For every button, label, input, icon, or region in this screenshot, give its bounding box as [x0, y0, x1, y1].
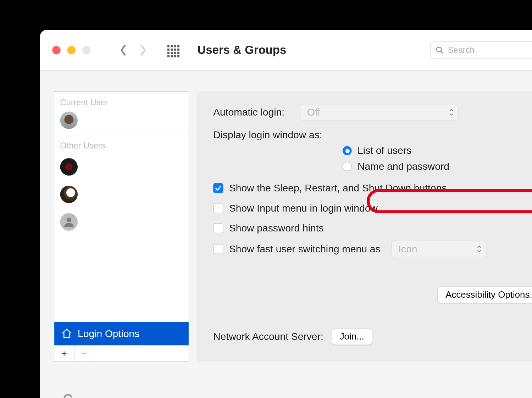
radio-button[interactable] — [343, 162, 352, 171]
zoom-window-button[interactable] — [82, 46, 91, 54]
show-all-button[interactable] — [167, 45, 177, 55]
avatar — [60, 186, 78, 203]
unlocked-lock-icon — [56, 392, 75, 398]
fus-value: Icon — [398, 243, 417, 255]
svg-line-1 — [441, 51, 443, 53]
search-input[interactable] — [448, 45, 532, 55]
current-user-row[interactable] — [54, 110, 189, 131]
checkbox-label: Show fast user switching menu as — [229, 243, 381, 255]
search-field[interactable] — [430, 41, 532, 58]
stepper-icon — [449, 108, 454, 116]
display-login-label: Display login window as: — [213, 129, 322, 141]
window-controls — [52, 46, 90, 54]
remove-user-button[interactable]: − — [74, 346, 94, 361]
grid-icon — [167, 45, 177, 57]
user-row[interactable] — [54, 212, 189, 232]
current-user-label: Current User — [54, 92, 189, 110]
radio-label: List of users — [358, 145, 411, 157]
back-button[interactable] — [119, 46, 127, 54]
automatic-login-select[interactable]: Off — [300, 104, 459, 120]
preferences-window: Users & Groups Current User Other Users — [40, 30, 532, 398]
content-body: Current User Other Users Login Options — [40, 71, 532, 361]
automatic-login-row: Automatic login: Off — [213, 104, 532, 120]
automatic-login-value: Off — [307, 106, 320, 118]
stepper-icon — [477, 245, 482, 253]
login-options-label: Login Options — [78, 328, 139, 340]
add-user-button[interactable]: + — [54, 346, 74, 361]
checkbox[interactable] — [213, 203, 223, 213]
lock-button[interactable] — [56, 394, 75, 398]
checkbox-fast-user-switching[interactable]: Show fast user switching menu as Icon — [213, 241, 532, 257]
checkbox-label: Show the Sleep, Restart, and Shut Down b… — [229, 182, 447, 194]
checkbox-password-hints[interactable]: Show password hints — [213, 222, 532, 234]
other-users-list — [54, 153, 189, 322]
checkbox-sleep-restart[interactable]: Show the Sleep, Restart, and Shut Down b… — [213, 182, 532, 194]
network-account-label: Network Account Server: — [213, 331, 323, 342]
other-users-label: Other Users — [54, 135, 189, 153]
checkbox-label: Show Input menu in login window — [229, 202, 378, 214]
checkbox[interactable] — [213, 183, 223, 193]
checkbox-label: Show password hints — [229, 222, 324, 234]
avatar — [60, 111, 78, 129]
radio-label: Name and password — [358, 161, 449, 172]
nav-buttons — [119, 46, 147, 54]
close-window-button[interactable] — [52, 46, 61, 54]
fus-menu-select[interactable]: Icon — [391, 241, 486, 257]
automatic-login-label: Automatic login: — [213, 106, 292, 118]
toolbar: Users & Groups — [40, 30, 532, 71]
users-sidebar: Current User Other Users Login Options — [54, 91, 189, 361]
chevron-right-icon — [139, 44, 147, 56]
window-title: Users & Groups — [198, 43, 287, 57]
svg-point-2 — [67, 218, 71, 222]
radio-button[interactable] — [343, 146, 352, 155]
forward-button[interactable] — [139, 46, 148, 54]
checkbox[interactable] — [213, 223, 223, 233]
footer: Click the lock to prevent further change… — [56, 394, 532, 398]
check-icon — [215, 184, 222, 192]
display-login-radio-group: List of users Name and password — [343, 145, 532, 173]
join-button[interactable]: Join... — [332, 328, 372, 345]
checkbox-input-menu[interactable]: Show Input menu in login window — [213, 202, 532, 214]
radio-name-password[interactable]: Name and password — [343, 161, 532, 172]
avatar — [60, 158, 78, 175]
person-icon — [63, 215, 75, 228]
chevron-left-icon — [120, 44, 127, 56]
home-icon — [61, 328, 73, 340]
network-account-row: Network Account Server: Join... — [213, 328, 532, 345]
accessibility-row: Accessibility Options... — [213, 286, 532, 303]
avatar — [60, 213, 78, 230]
user-row[interactable] — [54, 184, 189, 205]
minimize-window-button[interactable] — [67, 46, 76, 54]
search-icon — [436, 45, 444, 55]
accessibility-options-button[interactable]: Accessibility Options... — [438, 286, 532, 303]
sidebar-footer: + − — [54, 345, 189, 361]
login-options-row[interactable]: Login Options — [54, 322, 189, 345]
display-login-row: Display login window as: — [213, 129, 532, 141]
radio-list-of-users[interactable]: List of users — [343, 145, 532, 157]
login-options-panel: Automatic login: Off Display login windo… — [196, 91, 532, 361]
checkbox[interactable] — [213, 244, 223, 254]
user-row[interactable] — [54, 157, 189, 178]
